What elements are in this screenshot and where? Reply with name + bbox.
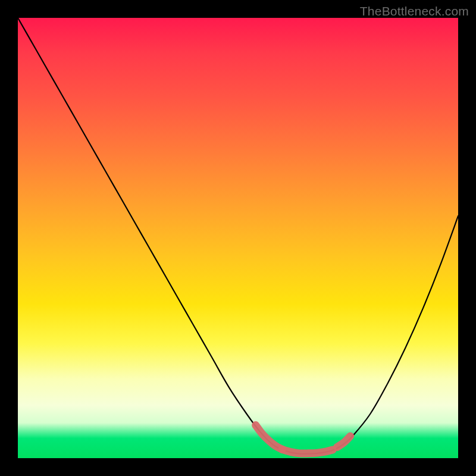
highlight-right-knee: [337, 436, 350, 447]
plot-area: [18, 18, 458, 458]
highlight-left-knee: [256, 425, 282, 450]
chart-overlay: [18, 18, 458, 458]
bottleneck-curve: [18, 18, 458, 454]
highlight-floor: [282, 449, 333, 453]
chart-stage: TheBottleneck.com: [0, 0, 476, 476]
watermark-label: TheBottleneck.com: [360, 4, 469, 18]
